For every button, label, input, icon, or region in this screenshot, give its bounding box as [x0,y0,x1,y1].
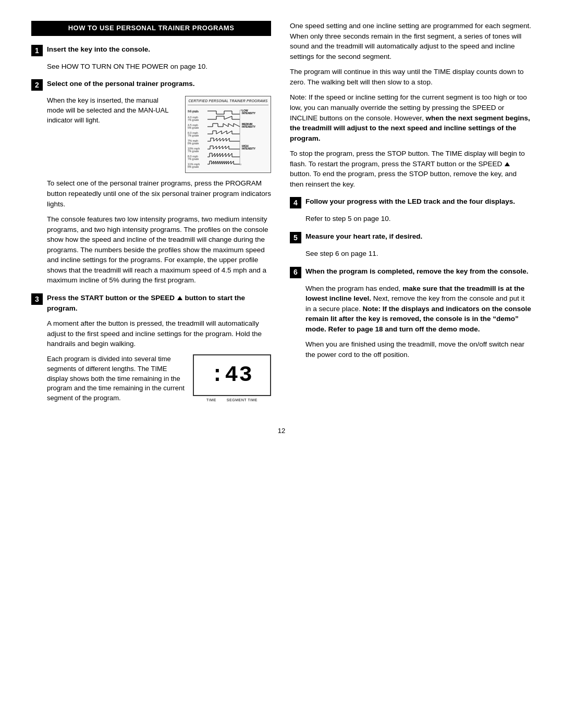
timer-label-segment: SEGMENT TIME [227,398,258,403]
console-diagram: CERTIFIED PERSONAL TRAINER PROGRAMS 4.5 … [185,96,271,173]
step-2-intro: When the key is inserted, the manual mod… [47,96,177,126]
step-2-inline: When the key is inserted, the manual mod… [47,96,271,173]
section-header: HOW TO USE PERSONAL TRAINER PROGRAMS [31,21,271,36]
step-4-text: Refer to step 5 on page 10. [305,214,532,224]
step-2-para1: To select one of the personal trainer pr… [47,178,271,209]
step-6-number: 6 [290,267,301,278]
step-3-content: Press the START button or the SPEED butt… [47,293,271,313]
step-3-para1: A moment after the button is pressed, th… [47,318,271,349]
svg-text:INTENSITY: INTENSITY [242,125,256,128]
svg-text:5% grade: 5% grade [188,110,199,113]
step-3-number: 3 [31,293,43,305]
step-5-content: Measure your heart rate, if desired. [305,231,532,242]
step-3-body: A moment after the button is pressed, th… [47,318,271,403]
step-2-content: Select one of the personal trainer progr… [47,79,271,89]
step-6-content: When the program is completed, remove th… [305,266,532,277]
svg-text:7% grade: 7% grade [188,150,199,153]
svg-text:7% grade: 7% grade [188,134,199,137]
step-2-para2: The console features two low intensity p… [47,214,271,286]
timer-container: :43 TIME SEGMENT TIME [193,354,271,403]
step-5-block: 5 Measure your heart rate, if desired. [290,231,532,243]
page: HOW TO USE PERSONAL TRAINER PROGRAMS 1 I… [0,0,563,728]
timer-label-time: TIME [206,398,216,403]
step-5-body: See step 6 on page 11. [305,249,532,259]
svg-text:INTENSITY: INTENSITY [242,147,256,150]
step-4-content: Follow your progress with the LED track … [305,196,532,207]
triangle-icon [177,296,182,300]
timer-number: :43 [211,364,253,386]
step-2-number: 2 [31,79,43,91]
step-3-title: Press the START button or the SPEED butt… [47,293,271,313]
page-number: 12 [31,426,532,436]
step-6-body: When the program has ended, make sure th… [305,283,532,360]
step-4-body: Refer to step 5 on page 10. [305,214,532,224]
console-label: CERTIFIED PERSONAL TRAINER PROGRAMS [188,98,268,105]
svg-text:0: 0 [240,163,242,166]
step-6-block: 6 When the program is completed, remove … [290,266,532,278]
step-3-img-wrap: Each program is divided into several tim… [47,354,271,403]
step-4-title: Follow your progress with the LED track … [305,196,532,207]
svg-text:35: 35 [240,109,243,112]
right-para1: One speed setting and one incline settin… [290,21,532,61]
timer-labels: TIME SEGMENT TIME [206,398,258,403]
triangle-icon-2 [505,162,510,166]
step-6-para1: When the program has ended, make sure th… [305,283,532,335]
step-6-title: When the program is completed, remove th… [305,266,532,277]
svg-text:7% grade: 7% grade [188,118,199,121]
step-5-title: Measure your heart rate, if desired. [305,231,532,242]
step-5-text: See step 6 on page 11. [305,249,532,259]
step-1-number: 1 [31,45,43,56]
step-1-title: Insert the key into the console. [47,44,271,55]
svg-text:8% grade: 8% grade [188,165,199,168]
svg-text:7% grade: 7% grade [188,157,199,161]
section-header-text: HOW TO USE PERSONAL TRAINER PROGRAMS [68,24,235,32]
step-1-text: See HOW TO TURN ON THE POWER on page 10. [47,61,271,72]
right-para2: The program will continue in this way un… [290,67,532,87]
step-5-number: 5 [290,232,301,243]
step-1-block: 1 Insert the key into the console. [31,44,271,56]
left-column: HOW TO USE PERSONAL TRAINER PROGRAMS 1 I… [31,21,271,411]
timer-display: :43 [193,354,271,396]
step-1-body: See HOW TO TURN ON THE POWER on page 10. [47,61,271,72]
step-3-block: 3 Press the START button or the SPEED bu… [31,293,271,313]
step-1-content: Insert the key into the console. [47,44,271,55]
right-para3: Note: If the speed or incline setting fo… [290,92,532,143]
svg-text:INTENSITY: INTENSITY [242,112,256,115]
right-column: One speed setting and one incline settin… [290,21,532,411]
step-3-text: Each program is divided into several tim… [47,354,185,403]
step-4-block: 4 Follow your progress with the LED trac… [290,196,532,208]
step-2-body: When the key is inserted, the manual mod… [47,96,271,286]
right-para-final: When you are finished using the treadmil… [305,339,532,360]
step-4-number: 4 [290,197,301,208]
step-2-title: Select one of the personal trainer progr… [47,79,271,89]
svg-text:5% grade: 5% grade [188,126,199,129]
console-svg: 4.5 mph 5% grade LOW INTENSITY 4.0 mph 7… [188,107,268,168]
right-para4: To stop the program, press the STOP butt… [290,149,532,189]
step-2-block: 2 Select one of the personal trainer pro… [31,79,271,91]
svg-text:8% grade: 8% grade [188,142,199,145]
